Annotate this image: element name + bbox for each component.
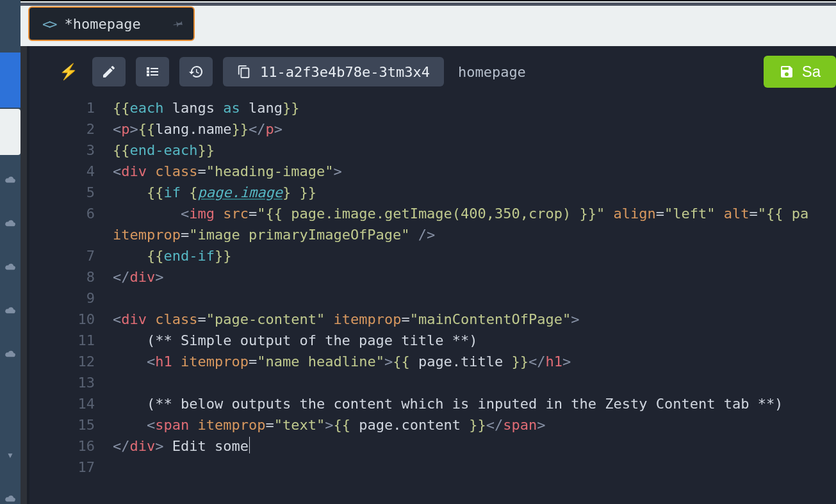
- cloud-icon[interactable]: [4, 263, 16, 270]
- save-button[interactable]: Sa: [764, 56, 836, 88]
- save-icon: [779, 64, 794, 79]
- code-line[interactable]: 14 (** below outputs the content which i…: [29, 393, 836, 414]
- code-content: [113, 288, 836, 309]
- list-button[interactable]: [136, 57, 169, 86]
- toolbar: ⚡ 11-a2f3e4b78e-3tm3x4 homepage Sa: [29, 46, 836, 97]
- code-line[interactable]: 9: [29, 288, 836, 309]
- code-content: [113, 457, 836, 478]
- tab-title: *homepage: [65, 16, 141, 32]
- code-line[interactable]: 1{{each langs as lang}}: [29, 97, 836, 118]
- code-line[interactable]: 5 {{if {page.image} }}: [29, 182, 836, 203]
- line-number: [29, 224, 113, 245]
- chevron-down-icon[interactable]: ▼: [6, 451, 14, 460]
- rail-items: [4, 165, 16, 357]
- line-number: 14: [29, 393, 113, 414]
- pin-icon[interactable]: [173, 18, 184, 29]
- cloud-icon[interactable]: [4, 219, 16, 227]
- edit-button[interactable]: [92, 57, 126, 86]
- code-content: <p>{{lang.name}}</p>: [113, 118, 836, 140]
- code-content: [113, 372, 836, 393]
- line-number: 7: [29, 245, 113, 266]
- line-number: 9: [29, 288, 113, 309]
- line-number: 16: [29, 435, 113, 457]
- line-number: 1: [29, 97, 113, 118]
- code-content: </div> Edit some: [113, 435, 836, 457]
- code-line[interactable]: 8</div>: [29, 266, 836, 288]
- code-line[interactable]: 6 <img src="{{ page.image.getImage(400,3…: [29, 203, 836, 224]
- cloud-icon[interactable]: [4, 494, 16, 502]
- code-content: </div>: [113, 266, 836, 288]
- save-label: Sa: [802, 63, 821, 81]
- code-content: {{end-if}}: [113, 245, 836, 266]
- code-line[interactable]: 15 <span itemprop="text">{{ page.content…: [29, 414, 836, 435]
- editor-panel: ⚡ 11-a2f3e4b78e-3tm3x4 homepage Sa 1{{ea…: [27, 46, 836, 504]
- rail-selected-indicator: [0, 109, 20, 155]
- code-line[interactable]: 17: [29, 457, 836, 478]
- line-number: 11: [29, 330, 113, 351]
- line-number: 5: [29, 182, 113, 203]
- code-content: {{each langs as lang}}: [113, 97, 836, 118]
- line-number: 6: [29, 203, 113, 224]
- code-line[interactable]: 2<p>{{lang.name}}</p>: [29, 118, 836, 140]
- code-content: itemprop="image primaryImageOfPage" />: [113, 224, 836, 245]
- line-number: 4: [29, 161, 113, 182]
- cloud-icon[interactable]: [4, 350, 16, 357]
- tab-homepage[interactable]: <> *homepage: [28, 6, 195, 41]
- code-line[interactable]: 12 <h1 itemprop="name headline">{{ page.…: [29, 351, 836, 372]
- line-number: 17: [29, 457, 113, 478]
- line-number: 8: [29, 266, 113, 288]
- rail-active-indicator: [0, 53, 20, 108]
- item-id-chip[interactable]: 11-a2f3e4b78e-3tm3x4: [223, 57, 444, 86]
- code-content: <img src="{{ page.image.getImage(400,350…: [113, 203, 836, 224]
- code-icon: <>: [42, 16, 56, 32]
- code-line[interactable]: 16</div> Edit some: [29, 435, 836, 457]
- code-line[interactable]: 11 (** Simple output of the page title *…: [29, 330, 836, 351]
- line-number: 12: [29, 351, 113, 372]
- cloud-icon[interactable]: [4, 175, 16, 183]
- code-line[interactable]: 10<div class="page-content" itemprop="ma…: [29, 309, 836, 330]
- code-line[interactable]: itemprop="image primaryImageOfPage" />: [29, 224, 836, 245]
- code-line[interactable]: 3{{end-each}}: [29, 140, 836, 161]
- code-line[interactable]: 13: [29, 372, 836, 393]
- code-content: {{if {page.image} }}: [113, 182, 836, 203]
- nav-rail: ▼: [0, 0, 20, 504]
- code-content: {{end-each}}: [113, 140, 836, 161]
- code-content: <div class="heading-image">: [113, 161, 836, 182]
- line-number: 2: [29, 118, 113, 140]
- bolt-icon[interactable]: ⚡: [55, 63, 82, 81]
- line-number: 15: [29, 414, 113, 435]
- code-content: <h1 itemprop="name headline">{{ page.tit…: [113, 351, 836, 372]
- item-id: 11-a2f3e4b78e-3tm3x4: [260, 64, 430, 80]
- tab-strip: <> *homepage: [20, 0, 836, 46]
- code-content: <div class="page-content" itemprop="main…: [113, 309, 836, 330]
- breadcrumb: homepage: [458, 64, 526, 80]
- code-editor[interactable]: 1{{each langs as lang}}2<p>{{lang.name}}…: [29, 97, 836, 504]
- code-line[interactable]: 7 {{end-if}}: [29, 245, 836, 266]
- copy-icon: [237, 65, 251, 79]
- history-button[interactable]: [179, 57, 213, 86]
- line-number: 10: [29, 309, 113, 330]
- line-number: 3: [29, 140, 113, 161]
- code-content: (** below outputs the content which is i…: [113, 393, 836, 414]
- code-content: (** Simple output of the page title **): [113, 330, 836, 351]
- cloud-icon[interactable]: [4, 306, 16, 314]
- code-content: <span itemprop="text">{{ page.content }}…: [113, 414, 836, 435]
- code-line[interactable]: 4<div class="heading-image">: [29, 161, 836, 182]
- line-number: 13: [29, 372, 113, 393]
